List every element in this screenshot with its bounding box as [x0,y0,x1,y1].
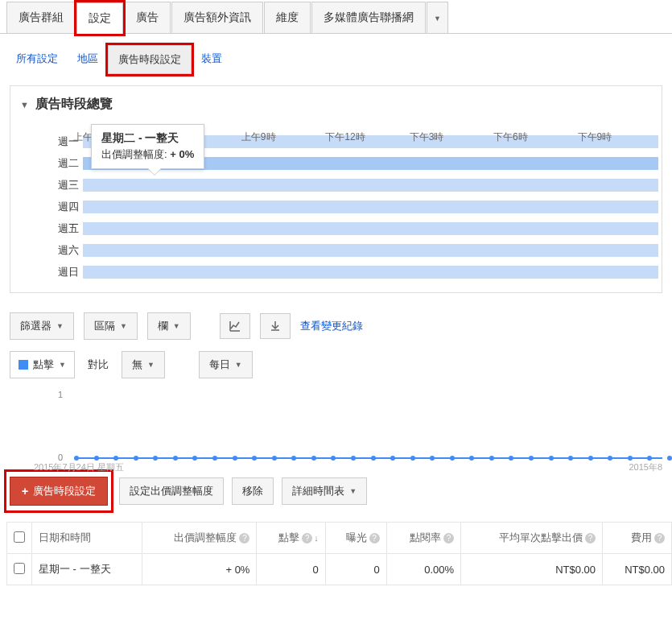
day-row-wed[interactable]: 週三 [83,174,662,196]
sort-down-icon: ↓ [314,533,319,543]
chevron-down-icon: ▼ [173,322,180,330]
set-bid-adj-button[interactable]: 設定出價調整幅度 [119,477,224,505]
chevron-down-icon: ▼ [56,322,64,330]
add-schedule-button[interactable]: + 廣告時段設定 [10,477,108,506]
tab-settings[interactable]: 設定 [76,2,123,34]
help-icon[interactable]: ? [443,533,454,543]
col-clicks[interactable]: 點擊?↓ [257,523,325,554]
tab-dimensions[interactable]: 維度 [264,2,311,33]
line-chart: 1 0 2015年7月24日 星期五 2015年8 [10,390,662,470]
time-label: 下午12時 [325,130,409,144]
cell-datetime: 星期一 - 一整天 [32,554,142,585]
day-label: 週六 [47,243,79,258]
help-icon[interactable]: ? [239,533,249,543]
row-checkbox[interactable] [14,563,25,574]
day-label: 週三 [47,178,79,192]
main-tabs: 廣告群組 設定 廣告 廣告額外資訊 維度 多媒體廣告聯播網 ▼ [0,0,672,34]
tab-ads[interactable]: 廣告 [124,2,171,33]
remove-button[interactable]: 移除 [232,477,274,505]
subtab-region[interactable]: 地區 [68,45,108,74]
day-label: 週一 [47,134,79,149]
download-icon [269,320,282,333]
day-row-sun[interactable]: 週日 [83,261,662,283]
cell-impr: 0 [325,554,386,585]
day-label: 週四 [47,200,79,214]
chevron-down-icon: ▼ [147,361,155,369]
metric-label: 點擊 [33,357,54,372]
day-row-thu[interactable]: 週四 [83,196,662,217]
tooltip-title: 星期二 - 一整天 [101,131,194,146]
compare-none-button[interactable]: 無▼ [122,351,165,378]
collapse-icon[interactable]: ▼ [20,100,29,110]
chevron-down-icon: ▼ [349,487,357,495]
y-tick-1: 1 [58,390,63,399]
sub-tabs: 所有設定 地區 廣告時段設定 裝置 [0,34,672,85]
x-tick-end: 2015年8 [629,461,662,473]
subtab-schedule[interactable]: 廣告時段設定 [108,45,192,74]
chart-toggle-button[interactable] [220,313,250,339]
tab-extras[interactable]: 廣告額外資訊 [171,2,263,33]
day-label: 週日 [47,265,79,279]
cell-bidadj: + 0% [142,554,257,585]
time-label: 下午3時 [410,130,493,144]
cell-cost: NT$0.00 [603,554,672,585]
metrics-row: 點擊 ▼ 對比 無▼ 每日▼ [0,346,672,383]
metric-clicks-chip[interactable]: 點擊 ▼ [10,351,75,378]
panel-header: ▼ 廣告時段總覽 [10,96,662,113]
cell-avgcpc: NT$0.00 [461,554,603,585]
controls-row: 篩選器▼ 區隔▼ 欄▼ 查看變更紀錄 [0,306,672,346]
metric-color-square [19,360,28,370]
cell-ctr: 0.00% [386,554,460,585]
subtab-all-settings[interactable]: 所有設定 [6,45,68,74]
tooltip-body: 出價調整幅度: + 0% [101,147,194,162]
time-label: 下午6時 [493,130,577,144]
change-history-link[interactable]: 查看變更紀錄 [300,319,363,333]
action-row: + 廣告時段設定 設定出價調整幅度 移除 詳細時間表 ▼ [0,470,672,522]
compare-label: 對比 [80,352,117,378]
detail-time-button[interactable]: 詳細時間表 ▼ [282,477,367,505]
help-icon[interactable]: ? [302,533,312,543]
help-icon[interactable]: ? [654,533,665,543]
chevron-down-icon: ▼ [434,14,441,23]
col-ctr[interactable]: 點閱率? [386,523,460,554]
chevron-down-icon: ▼ [59,361,66,369]
plus-icon: + [22,485,28,498]
tab-display-network[interactable]: 多媒體廣告聯播網 [311,2,426,33]
day-row-sat[interactable]: 週六 [83,239,662,261]
day-label: 週二 [47,156,79,171]
time-label: 上午9時 [241,130,325,144]
tooltip-value: + 0% [170,148,194,160]
time-label: 下午9時 [578,130,662,144]
help-icon[interactable]: ? [369,533,380,543]
col-cost[interactable]: 費用? [603,523,672,554]
schedule-grid: 上午 上午6時 上午9時 下午12時 下午3時 下午6時 下午9時 星期二 - … [10,130,662,283]
schedule-overview-panel: ▼ 廣告時段總覽 上午 上午6時 上午9時 下午12時 下午3時 下午6時 下午… [10,85,662,293]
col-bidadj[interactable]: 出價調整幅度? [142,523,257,554]
table-row: 星期一 - 一整天 + 0% 0 0 0.00% NT$0.00 NT$0.00 [7,554,672,585]
col-datetime[interactable]: 日期和時間 [32,523,142,554]
tooltip-prefix: 出價調整幅度: [101,148,170,160]
chart-line [74,457,662,459]
help-icon[interactable]: ? [585,533,596,543]
day-row-fri[interactable]: 週五 [83,217,662,239]
col-impr[interactable]: 曝光? [325,523,386,554]
schedule-tooltip: 星期二 - 一整天 出價調整幅度: + 0% [91,124,204,169]
tab-ad-groups[interactable]: 廣告群組 [6,2,76,33]
tab-more-dropdown[interactable]: ▼ [427,2,448,33]
x-tick-start: 2015年7月24日 星期五 [34,461,124,473]
segment-button[interactable]: 區隔▼ [84,312,138,340]
subtab-device[interactable]: 裝置 [192,45,232,74]
chevron-down-icon: ▼ [235,361,242,369]
download-button[interactable] [260,313,291,339]
day-label: 週五 [47,221,79,236]
granularity-daily-button[interactable]: 每日▼ [199,351,253,378]
line-chart-icon [229,320,241,333]
columns-button[interactable]: 欄▼ [147,312,191,340]
select-all-checkbox[interactable] [14,531,25,543]
table-header-row: 日期和時間 出價調整幅度? 點擊?↓ 曝光? 點閱率? 平均單次點擊出價? 費用… [7,523,672,554]
panel-title: 廣告時段總覽 [35,96,113,113]
col-avgcpc[interactable]: 平均單次點擊出價? [461,523,603,554]
filter-button[interactable]: 篩選器▼ [10,312,74,340]
cell-clicks: 0 [257,554,325,585]
schedule-table: 日期和時間 出價調整幅度? 點擊?↓ 曝光? 點閱率? 平均單次點擊出價? 費用… [6,522,672,585]
